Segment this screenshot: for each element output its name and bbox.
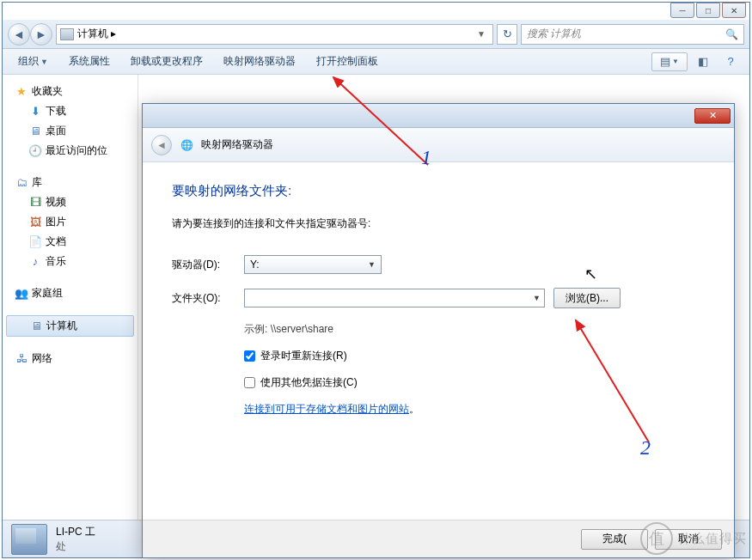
dialog-back-button[interactable]: ◄ <box>151 135 172 155</box>
star-icon: ★ <box>15 85 28 99</box>
folder-label: 文件夹(O): <box>172 291 235 306</box>
sidebar-homegroup[interactable]: 👥家庭组 <box>3 283 138 303</box>
system-properties-button[interactable]: 系统属性 <box>60 51 119 72</box>
reconnect-checkbox[interactable] <box>244 350 255 362</box>
dialog-close-button[interactable]: ✕ <box>694 108 731 124</box>
map-drive-button[interactable]: 映射网络驱动器 <box>215 51 304 72</box>
sidebar: ★收藏夹 ⬇下载 🖥桌面 🕘最近访问的位 🗂库 🎞视频 🖼图片 📄文档 ♪音乐 … <box>3 75 138 520</box>
back-button[interactable]: ◄ <box>8 23 30 46</box>
sidebar-network[interactable]: 🖧网络 <box>3 349 138 368</box>
status-text: LI-PC 工 处 <box>56 525 95 554</box>
address-text: 计算机 ▸ <box>77 27 470 41</box>
organize-menu[interactable]: 组织▼ <box>9 51 57 72</box>
help-button[interactable]: ? <box>718 52 743 71</box>
othercred-label: 使用其他凭据连接(C) <box>260 375 358 390</box>
drive-value: Y: <box>250 259 260 271</box>
sidebar-item-computer[interactable]: 🖥计算机 <box>6 315 134 337</box>
drive-combo[interactable]: Y: ▼ <box>244 255 382 274</box>
chevron-down-icon[interactable]: ▼ <box>533 294 541 302</box>
preview-pane-button[interactable]: ◧ <box>691 52 715 71</box>
dialog-titlebar: ✕ <box>143 104 734 128</box>
address-dropdown-icon[interactable]: ▼ <box>474 29 489 39</box>
drive-label: 驱动器(D): <box>172 258 235 272</box>
cancel-button[interactable]: 取消 <box>655 529 722 550</box>
forward-button[interactable]: ► <box>30 23 52 46</box>
browse-button[interactable]: 浏览(B)... <box>553 288 621 308</box>
dialog-footer: 完成( 取消 <box>143 520 734 557</box>
downloads-icon: ⬇ <box>28 105 42 119</box>
toolbar: 组织▼ 系统属性 卸载或更改程序 映射网络驱动器 打开控制面板 ▤ ▼ ◧ ? <box>3 49 749 75</box>
computer-icon: 🖥 <box>29 320 43 333</box>
search-placeholder: 搜索 计算机 <box>527 27 725 41</box>
window-controls: ─ □ ✕ <box>670 3 746 18</box>
folder-input[interactable]: ▼ <box>244 289 545 307</box>
chevron-down-icon: ▼ <box>368 260 376 269</box>
finish-button[interactable]: 完成( <box>581 529 648 550</box>
videos-icon: 🎞 <box>28 196 42 210</box>
uninstall-button[interactable]: 卸载或更改程序 <box>122 51 211 72</box>
sidebar-item-desktop[interactable]: 🖥桌面 <box>3 121 138 141</box>
status-computer-icon <box>11 524 47 555</box>
reconnect-label: 登录时重新连接(R) <box>260 349 347 363</box>
music-icon: ♪ <box>28 255 42 269</box>
sidebar-item-music[interactable]: ♪音乐 <box>3 252 138 271</box>
view-options-button[interactable]: ▤ ▼ <box>651 52 688 71</box>
search-icon[interactable]: 🔍 <box>725 28 738 40</box>
sidebar-libraries[interactable]: 🗂库 <box>3 173 138 192</box>
address-field[interactable]: 计算机 ▸ ▼ <box>56 24 493 45</box>
computer-icon <box>60 28 74 40</box>
sidebar-item-recent[interactable]: 🕘最近访问的位 <box>3 141 138 161</box>
sidebar-item-pictures[interactable]: 🖼图片 <box>3 212 138 232</box>
maximize-button[interactable]: □ <box>696 3 720 18</box>
nav-buttons: ◄ ► <box>8 23 52 46</box>
storage-website-link[interactable]: 连接到可用于存储文档和图片的网站 <box>244 403 409 415</box>
search-input[interactable]: 搜索 计算机 🔍 <box>521 24 744 45</box>
refresh-button[interactable]: ↻ <box>497 24 517 45</box>
example-text: 示例: \\server\share <box>244 322 705 337</box>
sidebar-favorites[interactable]: ★收藏夹 <box>3 82 138 101</box>
map-drive-dialog: ✕ ◄ 🌐 映射网络驱动器 要映射的网络文件夹: 请为要连接到的连接和文件夹指定… <box>142 103 735 558</box>
libraries-icon: 🗂 <box>15 176 28 190</box>
recent-icon: 🕘 <box>28 144 42 158</box>
minimize-button[interactable]: ─ <box>670 3 694 18</box>
homegroup-icon: 👥 <box>15 287 28 301</box>
network-icon: 🖧 <box>15 352 28 366</box>
dialog-instruction: 请为要连接到的连接和文件夹指定驱动器号: <box>172 216 705 231</box>
desktop-icon: 🖥 <box>28 125 42 138</box>
dialog-body: 要映射的网络文件夹: 请为要连接到的连接和文件夹指定驱动器号: 驱动器(D): … <box>143 162 734 449</box>
othercred-checkbox[interactable] <box>244 377 255 388</box>
sidebar-item-downloads[interactable]: ⬇下载 <box>3 101 138 121</box>
dialog-header: ◄ 🌐 映射网络驱动器 <box>143 128 734 162</box>
sidebar-item-documents[interactable]: 📄文档 <box>3 232 138 252</box>
close-button[interactable]: ✕ <box>722 3 746 18</box>
network-drive-icon: 🌐 <box>179 137 194 153</box>
dialog-header-title: 映射网络驱动器 <box>201 137 273 152</box>
control-panel-button[interactable]: 打开控制面板 <box>308 51 387 72</box>
documents-icon: 📄 <box>28 235 42 249</box>
dialog-heading: 要映射的网络文件夹: <box>172 183 705 199</box>
pictures-icon: 🖼 <box>28 216 42 229</box>
sidebar-item-videos[interactable]: 🎞视频 <box>3 192 138 212</box>
address-bar: ◄ ► 计算机 ▸ ▼ ↻ 搜索 计算机 🔍 <box>3 20 749 49</box>
